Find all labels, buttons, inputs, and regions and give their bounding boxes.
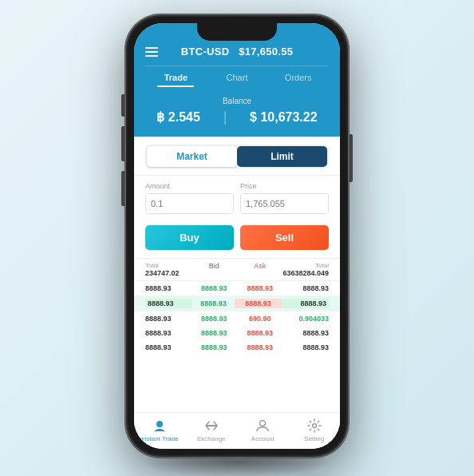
svg-rect-2: [206, 425, 217, 426]
input-labels: Amount Price: [145, 182, 329, 190]
header-tabs: Trade Chart Orders: [145, 65, 329, 87]
trade-content: Market Limit Amount Price: [134, 137, 340, 449]
amount-label: Amount: [145, 182, 234, 190]
svg-point-3: [260, 421, 266, 426]
nav-item-setting[interactable]: Setting: [289, 418, 341, 442]
menu-icon[interactable]: [145, 47, 158, 57]
nav-item-instant-trade[interactable]: Instant Trade: [134, 418, 186, 442]
limit-button[interactable]: Limit: [237, 146, 327, 167]
exchange-icon: [203, 418, 219, 434]
power-button: [350, 134, 353, 182]
order-type-toggle: Market Limit: [145, 145, 329, 169]
header-top: BTC-USD $17,650.55: [145, 46, 329, 65]
nav-label-setting: Setting: [304, 435, 324, 442]
phone-inner: BTC-USD $17,650.55 Trade Chart Orders Ba…: [128, 17, 346, 455]
phone-body: BTC-USD $17,650.55 Trade Chart Orders Ba…: [125, 14, 349, 458]
ob-bid-header: Bid: [191, 262, 236, 277]
ob-total-right-header: Total 63638284.049: [282, 262, 329, 277]
table-row: 8888.93 8888.93 8888.93 8888.93: [134, 296, 340, 311]
buy-button[interactable]: Buy: [145, 225, 234, 250]
nav-label-account: Account: [251, 435, 275, 442]
action-section: Buy Sell: [134, 220, 340, 259]
balance-section: Balance ฿ 2.545 | $ 10,673.22: [134, 87, 340, 137]
table-row: 8888.93 8888.93 8888.93 8888.93: [134, 340, 340, 355]
table-row: 8888.93 8888.93 690.90 0.904033: [134, 311, 340, 326]
balance-btc: ฿ 2.545: [156, 109, 199, 125]
svg-point-1: [158, 422, 161, 426]
svg-point-4: [312, 424, 316, 428]
sell-button[interactable]: Sell: [240, 225, 329, 250]
account-icon: [255, 418, 271, 434]
nav-label-exchange: Exchange: [197, 435, 226, 442]
nav-label-instant-trade: Instant Trade: [141, 435, 179, 442]
balance-usd: $ 10,673.22: [250, 110, 318, 125]
balance-divider: |: [223, 109, 227, 125]
setting-icon: [306, 418, 322, 434]
instant-trade-icon: [152, 418, 168, 434]
market-button[interactable]: Market: [147, 146, 237, 167]
tab-orders[interactable]: Orders: [267, 66, 329, 87]
price-input-group: USD: [240, 193, 329, 214]
table-row: 8888.93 8888.93 8888.93 8888.93: [134, 281, 340, 296]
ob-total-left-header: Total 234747.02: [145, 262, 191, 277]
balance-label: Balance: [145, 97, 329, 105]
order-type-section: Market Limit: [134, 137, 340, 176]
tab-trade[interactable]: Trade: [145, 66, 207, 87]
screen: BTC-USD $17,650.55 Trade Chart Orders Ba…: [134, 23, 340, 449]
amount-input[interactable]: [146, 194, 234, 213]
price-input[interactable]: [241, 194, 329, 213]
inputs-section: Amount Price BTC USD: [134, 176, 340, 220]
phone-wrapper: BTC-USD $17,650.55 Trade Chart Orders Ba…: [125, 14, 349, 462]
input-row: BTC USD: [145, 193, 329, 214]
volume-mute-button: [121, 94, 124, 117]
volume-up-button: [121, 126, 124, 161]
price-label: Price: [240, 182, 329, 190]
orderbook-section: Total 234747.02 Bid Ask Total: [134, 259, 340, 412]
tab-chart[interactable]: Chart: [207, 66, 268, 87]
nav-item-exchange[interactable]: Exchange: [186, 418, 238, 442]
table-row: 8888.93 8888.93 8888.93 8888.93: [134, 326, 340, 340]
orderbook-header: Total 234747.02 Bid Ask Total: [134, 259, 340, 281]
bottom-nav: Instant Trade Exchange: [134, 412, 340, 449]
header-title: BTC-USD $17,650.55: [181, 46, 293, 58]
volume-down-button: [121, 171, 124, 206]
amount-input-group: BTC: [145, 193, 234, 214]
ob-ask-header: Ask: [237, 262, 282, 277]
nav-item-account[interactable]: Account: [237, 418, 289, 442]
balance-row: ฿ 2.545 | $ 10,673.22: [145, 109, 329, 125]
notch: [197, 23, 277, 41]
